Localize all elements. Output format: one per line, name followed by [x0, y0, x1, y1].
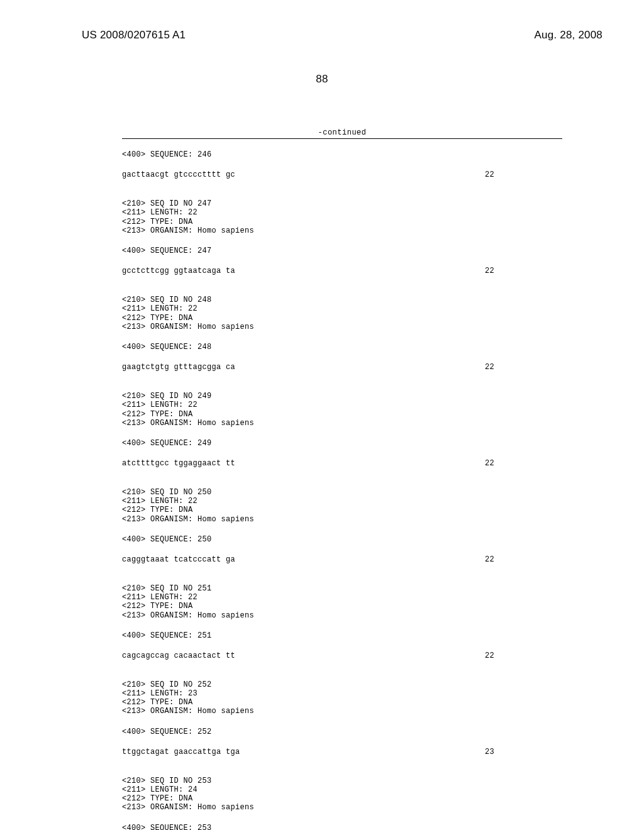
- sequence-text: cagggtaaat tcatcccatt ga: [122, 555, 235, 564]
- sequence-label-block: <400> SEQUENCE: 251: [122, 631, 562, 640]
- sequence-text: atcttttgcc tggaggaact tt: [122, 459, 235, 468]
- sequence-label: <400> SEQUENCE: 249: [122, 439, 562, 448]
- sequence-header-line: <210> SEQ ID NO 247: [122, 199, 562, 208]
- sequence-header-line: <213> ORGANISM: Homo sapiens: [122, 611, 562, 620]
- sequence-header-block: <210> SEQ ID NO 251<211> LENGTH: 22<212>…: [122, 584, 562, 620]
- sequence-header-line: <210> SEQ ID NO 250: [122, 488, 562, 497]
- sequence-header-block: <210> SEQ ID NO 249<211> LENGTH: 22<212>…: [122, 392, 562, 428]
- sequence-label: <400> SEQUENCE: 251: [122, 631, 562, 640]
- sequence-label-block: <400> SEQUENCE: 249: [122, 439, 562, 448]
- sequence-label: <400> SEQUENCE: 246: [122, 150, 562, 159]
- sequence-row: atcttttgcc tggaggaact tt22: [122, 459, 562, 468]
- sequence-label-block: <400> SEQUENCE: 253: [122, 824, 562, 830]
- sequence-data-block: gcctcttcgg ggtaatcaga ta22: [122, 267, 562, 275]
- page-number: 88: [0, 73, 644, 86]
- sequence-header-line: <213> ORGANISM: Homo sapiens: [122, 707, 562, 716]
- divider-line: [122, 138, 562, 139]
- sequence-length: 22: [485, 363, 562, 372]
- sequence-header-line: <211> LENGTH: 22: [122, 208, 562, 217]
- sequence-data-block: ttggctagat gaaccattga tga23: [122, 748, 562, 756]
- sequence-spacer: [122, 768, 562, 777]
- sequence-header-line: <211> LENGTH: 23: [122, 689, 562, 698]
- sequence-length: 23: [485, 748, 562, 756]
- sequence-header-line: <213> ORGANISM: Homo sapiens: [122, 226, 562, 235]
- sequence-row: cagcagccag cacaactact tt22: [122, 651, 562, 660]
- sequence-header-block: <210> SEQ ID NO 252<211> LENGTH: 23<212>…: [122, 680, 562, 716]
- sequence-header-line: <210> SEQ ID NO 252: [122, 680, 562, 689]
- sequence-row: cagggtaaat tcatcccatt ga22: [122, 555, 562, 564]
- sequence-label: <400> SEQUENCE: 252: [122, 728, 562, 736]
- sequence-label-block: <400> SEQUENCE: 252: [122, 728, 562, 736]
- publication-number: US 2008/0207615 A1: [82, 29, 186, 42]
- sequence-label-block: <400> SEQUENCE: 248: [122, 343, 562, 351]
- sequence-spacer: [122, 575, 562, 584]
- sequence-spacer: [122, 479, 562, 488]
- sequence-text: gcctcttcgg ggtaatcaga ta: [122, 267, 235, 275]
- sequence-row: gaagtctgtg gtttagcgga ca22: [122, 363, 562, 372]
- sequence-spacer: [122, 672, 562, 680]
- sequence-data-block: gaagtctgtg gtttagcgga ca22: [122, 363, 562, 372]
- sequence-header-line: <213> ORGANISM: Homo sapiens: [122, 323, 562, 331]
- sequence-label-block: <400> SEQUENCE: 246: [122, 150, 562, 159]
- sequence-header-line: <211> LENGTH: 22: [122, 497, 562, 506]
- sequence-label-block: <400> SEQUENCE: 247: [122, 246, 562, 255]
- sequence-header-line: <212> TYPE: DNA: [122, 314, 562, 323]
- sequence-label: <400> SEQUENCE: 247: [122, 246, 562, 255]
- sequence-header-line: <213> ORGANISM: Homo sapiens: [122, 515, 562, 524]
- sequence-label: <400> SEQUENCE: 250: [122, 535, 562, 544]
- sequence-spacer: [122, 191, 562, 199]
- sequence-header-line: <213> ORGANISM: Homo sapiens: [122, 803, 562, 812]
- sequence-label: <400> SEQUENCE: 253: [122, 824, 562, 830]
- sequence-header-line: <212> TYPE: DNA: [122, 602, 562, 611]
- sequence-header-line: <211> LENGTH: 22: [122, 401, 562, 409]
- publication-date: Aug. 28, 2008: [535, 29, 602, 42]
- sequence-length: 22: [485, 459, 562, 468]
- sequence-row: gcctcttcgg ggtaatcaga ta22: [122, 267, 562, 275]
- sequence-text: cagcagccag cacaactact tt: [122, 651, 235, 660]
- sequence-header-line: <211> LENGTH: 22: [122, 304, 562, 313]
- sequence-text: ttggctagat gaaccattga tga: [122, 748, 240, 756]
- sequence-length: 22: [485, 170, 562, 179]
- sequence-data-block: cagcagccag cacaactact tt22: [122, 651, 562, 660]
- sequence-header-line: <210> SEQ ID NO 248: [122, 296, 562, 304]
- sequence-header-block: <210> SEQ ID NO 248<211> LENGTH: 22<212>…: [122, 296, 562, 331]
- sequence-label-block: <400> SEQUENCE: 250: [122, 535, 562, 544]
- sequence-data-block: cagggtaaat tcatcccatt ga22: [122, 555, 562, 564]
- sequence-length: 22: [485, 555, 562, 564]
- continued-label: -continued: [122, 128, 562, 137]
- sequence-header-line: <212> TYPE: DNA: [122, 794, 562, 803]
- sequence-header-line: <210> SEQ ID NO 253: [122, 777, 562, 785]
- sequence-data-block: atcttttgcc tggaggaact tt22: [122, 459, 562, 468]
- sequence-row: ttggctagat gaaccattga tga23: [122, 748, 562, 756]
- continued-section: -continued: [122, 128, 562, 139]
- sequence-header-block: <210> SEQ ID NO 253<211> LENGTH: 24<212>…: [122, 777, 562, 812]
- sequence-spacer: [122, 287, 562, 296]
- sequence-header-line: <210> SEQ ID NO 249: [122, 392, 562, 401]
- sequence-text: gaagtctgtg gtttagcgga ca: [122, 363, 235, 372]
- sequence-label: <400> SEQUENCE: 248: [122, 343, 562, 351]
- sequence-header-line: <210> SEQ ID NO 251: [122, 584, 562, 593]
- sequence-spacer: [122, 383, 562, 392]
- sequence-header-line: <212> TYPE: DNA: [122, 506, 562, 514]
- sequence-text: gacttaacgt gtcccctttt gc: [122, 170, 235, 179]
- sequence-header-line: <212> TYPE: DNA: [122, 410, 562, 419]
- sequence-header-line: <212> TYPE: DNA: [122, 218, 562, 226]
- sequence-listing: <400> SEQUENCE: 246gacttaacgt gtcccctttt…: [122, 150, 562, 830]
- sequence-header-block: <210> SEQ ID NO 247<211> LENGTH: 22<212>…: [122, 199, 562, 235]
- sequence-header-line: <211> LENGTH: 24: [122, 785, 562, 794]
- sequence-header-line: <211> LENGTH: 22: [122, 593, 562, 602]
- sequence-data-block: gacttaacgt gtcccctttt gc22: [122, 170, 562, 179]
- sequence-header-line: <213> ORGANISM: Homo sapiens: [122, 419, 562, 428]
- sequence-length: 22: [485, 267, 562, 275]
- document-header: US 2008/0207615 A1 Aug. 28, 2008: [0, 0, 644, 42]
- sequence-row: gacttaacgt gtcccctttt gc22: [122, 170, 562, 179]
- sequence-header-line: <212> TYPE: DNA: [122, 698, 562, 707]
- sequence-header-block: <210> SEQ ID NO 250<211> LENGTH: 22<212>…: [122, 488, 562, 524]
- sequence-length: 22: [485, 651, 562, 660]
